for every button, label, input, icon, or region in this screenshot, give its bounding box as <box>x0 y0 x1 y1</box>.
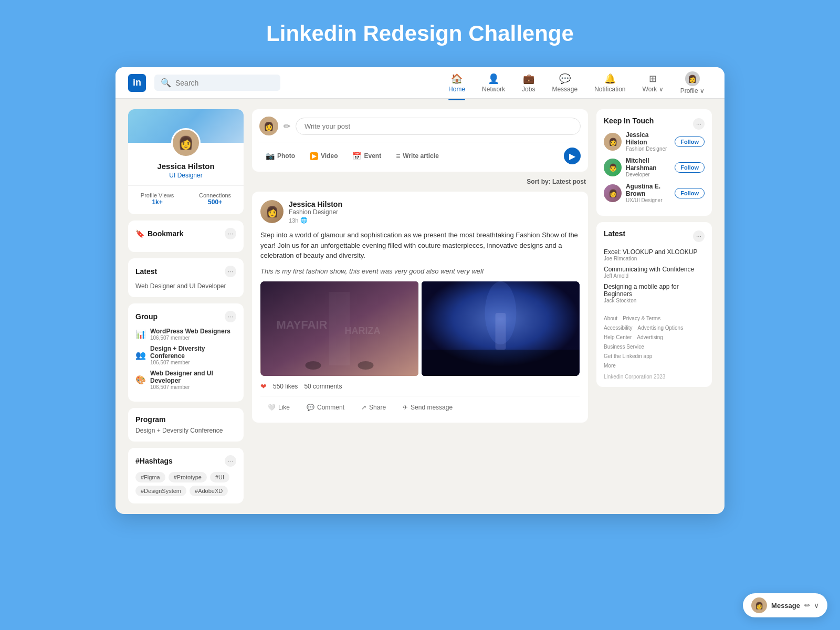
keep-in-touch-more[interactable]: ··· <box>693 118 705 130</box>
group-info-3: Web Designer and UI Developer 106,507 me… <box>150 370 236 390</box>
post-composer: 👩 ✏ 📷 Photo ▶ Video 📅 Event <box>252 109 588 172</box>
footer-accessibility[interactable]: Accessibility <box>604 323 632 333</box>
chevron-down-icon[interactable]: ∨ <box>814 601 819 610</box>
send-message-button[interactable]: ✈ Send message <box>395 401 460 414</box>
follow-button-1[interactable]: Follow <box>675 136 705 147</box>
footer-advertising[interactable]: Advertising <box>637 333 663 342</box>
post-author-row: 👩 Jessica Hilston Fashion Designer 13h 🌐 <box>260 200 580 224</box>
follow-button-3[interactable]: Follow <box>675 188 705 198</box>
search-box[interactable]: 🔍 <box>154 75 280 91</box>
group-more[interactable]: ··· <box>225 311 236 322</box>
post-submit-button[interactable]: ▶ <box>564 148 581 164</box>
keep-in-touch-section: Keep In Touch ··· 👩 Jessica Hilston Fash… <box>596 109 712 216</box>
nav-work[interactable]: ⊞ Work ∨ <box>635 70 671 96</box>
sort-value[interactable]: Latest post <box>552 178 586 185</box>
footer-about[interactable]: About <box>604 314 617 323</box>
article-label: Write article <box>403 152 438 160</box>
footer-links-section: About Privacy & Terms Accessibility Adve… <box>604 314 705 380</box>
likes-count: 550 likes <box>273 383 298 390</box>
bookmark-more[interactable]: ··· <box>225 228 236 239</box>
event-button[interactable]: 📅 Event <box>346 149 387 163</box>
program-title: Program <box>135 415 236 424</box>
right-latest-section: Latest ··· Excel: VLOOKUP and XLOOKUP Jo… <box>596 222 712 387</box>
right-latest-more[interactable]: ··· <box>693 230 705 242</box>
footer-advertising-options[interactable]: Advertising Options <box>637 323 683 333</box>
like-icon: 🤍 <box>268 404 276 411</box>
comment-button[interactable]: 💬 Comment <box>299 401 352 414</box>
follow-button-2[interactable]: Follow <box>675 162 705 173</box>
send-icon: ✈ <box>403 404 408 411</box>
send-label: Send message <box>411 404 453 411</box>
post-input[interactable] <box>296 118 581 135</box>
nav-links: 🏠 Home 👤 Network 💼 Jobs 💬 Message 🔔 Noti… <box>441 68 712 98</box>
edit-icon: ✏ <box>284 121 290 131</box>
latest-item-1[interactable]: Excel: VLOOKUP and XLOOKUP Joe Rimcation <box>604 248 705 261</box>
hashtags-more[interactable]: ··· <box>225 455 236 467</box>
composer-avatar: 👩 <box>259 117 278 135</box>
share-icon: ↗ <box>361 404 366 411</box>
post-reactions: ❤ 550 likes 50 comments <box>260 382 580 396</box>
floating-msg-actions: ✏ ∨ <box>804 601 819 610</box>
footer-business[interactable]: Business Service <box>604 342 644 352</box>
group-item-2[interactable]: 👥 Design + Diversity Conference 106,507 … <box>135 345 236 365</box>
hashtag-adobexd[interactable]: #AdobeXD <box>190 486 228 496</box>
like-button[interactable]: 🤍 Like <box>260 401 297 414</box>
search-input[interactable] <box>175 79 274 87</box>
hashtag-prototype[interactable]: #Prototype <box>169 472 207 482</box>
photo-button[interactable]: 📷 Photo <box>259 149 301 163</box>
footer-help[interactable]: Help Center <box>604 333 632 342</box>
latest-section: Latest ··· Web Designer and UI Developer <box>128 258 244 297</box>
footer-app[interactable]: Get the Linkedin app <box>604 352 652 361</box>
nav-notification[interactable]: 🔔 Notification <box>587 70 633 96</box>
share-label: Share <box>369 404 386 411</box>
group-item-3[interactable]: 🎨 Web Designer and UI Developer 106,507 … <box>135 370 236 390</box>
video-button[interactable]: ▶ Video <box>303 149 344 163</box>
group-item-1[interactable]: 📊 WordPress Web Designers 106,507 member <box>135 328 236 341</box>
contact-role-2: Developer <box>626 172 670 177</box>
latest-item-2[interactable]: Communicating with Confidence Jeff Arnol… <box>604 266 705 279</box>
group-title: Group <box>135 312 158 321</box>
hashtag-figma[interactable]: #Figma <box>135 472 165 482</box>
user-avatar: 👩 <box>171 128 201 158</box>
footer-row-2: Accessibility Advertising Options <box>604 323 705 333</box>
nav-home[interactable]: 🏠 Home <box>441 70 472 96</box>
app-window: in 🔍 🏠 Home 👤 Network 💼 Jobs 💬 Message <box>116 67 724 514</box>
contact-info-2: Mitchell Harshman Developer <box>626 157 670 177</box>
latest-more[interactable]: ··· <box>225 266 236 277</box>
post-body: Step into a world of glamour and sophist… <box>260 230 580 261</box>
bookmark-section: 🔖 Bookmark ··· <box>128 220 244 252</box>
nav-network-label: Network <box>482 86 505 93</box>
group-info-1: WordPress Web Designers 106,507 member <box>150 328 236 341</box>
message-icon: 💬 <box>559 73 571 85</box>
latest-item-title-2: Communicating with Confidence <box>604 266 705 273</box>
hashtag-ui[interactable]: #UI <box>210 472 229 482</box>
bookmark-icon: 🔖 <box>135 229 144 238</box>
share-button[interactable]: ↗ Share <box>354 401 393 414</box>
edit-icon[interactable]: ✏ <box>804 601 811 610</box>
svg-rect-9 <box>422 350 580 376</box>
nav-home-label: Home <box>448 86 465 93</box>
profile-card: 👩 Jessica Hilston UI Designer Profile Vi… <box>128 109 244 214</box>
nav-jobs[interactable]: 💼 Jobs <box>514 70 542 96</box>
group-section: Group ··· 📊 WordPress Web Designers 106,… <box>128 303 244 402</box>
footer-privacy[interactable]: Privacy & Terms <box>623 314 660 323</box>
group-icon-1: 📊 <box>135 329 146 339</box>
floating-msg-label: Message <box>771 602 800 610</box>
latest-item-3[interactable]: Designing a mobile app for Beginners Jac… <box>604 283 705 303</box>
floating-message[interactable]: 👩 Message ✏ ∨ <box>743 593 827 617</box>
bookmark-label[interactable]: 🔖 Bookmark <box>135 229 183 238</box>
event-icon: 📅 <box>352 152 361 160</box>
article-button[interactable]: ≡ Write article <box>390 149 445 163</box>
nav-profile[interactable]: 👩 Profile ∨ <box>673 68 712 98</box>
floating-msg-avatar: 👩 <box>751 597 767 613</box>
contact-role-3: UX/UI Designer <box>626 197 670 203</box>
nav-message[interactable]: 💬 Message <box>544 70 585 96</box>
nav-network[interactable]: 👤 Network <box>475 70 512 96</box>
footer-more[interactable]: More <box>604 361 616 371</box>
contact-avatar-1: 👩 <box>604 133 622 151</box>
navbar: in 🔍 🏠 Home 👤 Network 💼 Jobs 💬 Message <box>116 67 724 99</box>
group-header: Group ··· <box>135 311 236 322</box>
stat-connections: Connections 500+ <box>199 192 231 206</box>
hashtag-designsystem[interactable]: #DesignSystem <box>135 486 186 496</box>
svg-text:MAYFAIR: MAYFAIR <box>277 318 328 331</box>
